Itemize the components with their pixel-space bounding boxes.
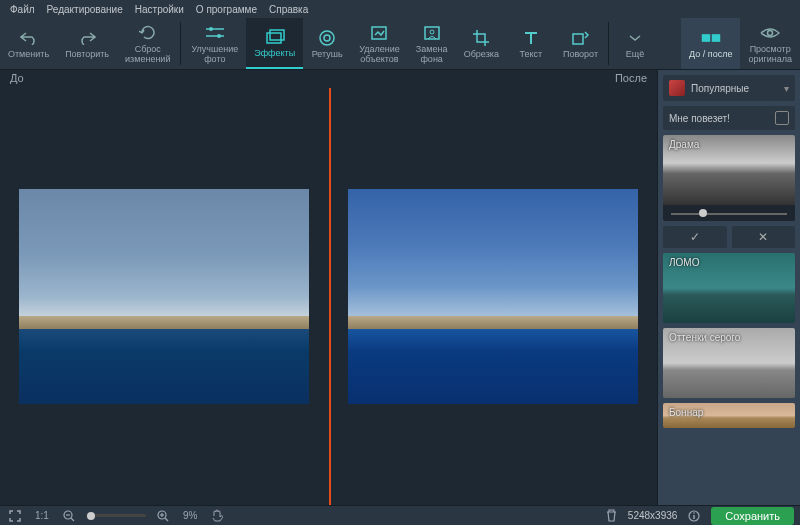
svg-rect-13 [712, 34, 720, 42]
zoom-slider[interactable] [86, 514, 146, 517]
menu-about[interactable]: О программе [190, 4, 263, 15]
undo-label: Отменить [8, 50, 49, 60]
effect-card-gray[interactable]: Оттенки серого [663, 328, 795, 398]
zoom-in-button[interactable] [154, 510, 172, 522]
redo-button[interactable]: Повторить [57, 18, 117, 69]
undo-icon [19, 28, 39, 48]
crop-icon [471, 28, 491, 48]
effect-intensity-slider[interactable] [663, 205, 795, 221]
svg-rect-4 [267, 33, 281, 43]
svg-rect-9 [425, 27, 439, 39]
sliders-icon [205, 23, 225, 43]
after-image [348, 189, 638, 404]
cancel-button[interactable]: ✕ [732, 226, 796, 248]
hand-tool-button[interactable] [208, 509, 226, 523]
effect-card-drama[interactable]: Драма [663, 135, 795, 221]
more-label: Ещё [626, 50, 644, 60]
remove-label: Удаление объектов [359, 45, 400, 65]
lucky-button[interactable]: Мне повезет! [663, 106, 795, 130]
after-image-wrap [329, 88, 658, 505]
dimensions-label: 5248x3936 [628, 510, 678, 521]
fullscreen-button[interactable] [6, 510, 24, 522]
svg-rect-5 [270, 30, 284, 40]
menubar: Файл Редактирование Настройки О программ… [0, 0, 800, 18]
crop-button[interactable]: Обрезка [456, 18, 507, 69]
category-dropdown[interactable]: Популярные [663, 75, 795, 101]
svg-point-7 [324, 35, 330, 41]
effect-title: Боннар [669, 407, 703, 418]
canvas-body[interactable] [0, 88, 657, 505]
svg-point-10 [430, 30, 434, 34]
retouch-label: Ретушь [312, 50, 343, 60]
before-after-label: До / после [689, 50, 732, 60]
remove-icon [369, 23, 389, 43]
separator [608, 22, 609, 65]
rotate-button[interactable]: Поворот [555, 18, 606, 69]
save-button[interactable]: Сохранить [711, 507, 794, 525]
effect-card-bonnar[interactable]: Боннар [663, 403, 795, 428]
category-thumb-icon [669, 80, 685, 96]
menu-file[interactable]: Файл [4, 4, 41, 15]
svg-line-21 [165, 518, 168, 521]
separator [180, 22, 181, 65]
svg-point-14 [768, 30, 773, 35]
svg-rect-12 [702, 34, 710, 42]
effect-title: Оттенки серого [669, 332, 740, 343]
bgswap-button[interactable]: Замена фона [408, 18, 456, 69]
rotate-icon [570, 28, 590, 48]
reset-label: Сброс изменений [125, 45, 170, 65]
more-button[interactable]: Ещё [611, 18, 659, 69]
eye-icon [760, 23, 780, 43]
svg-point-1 [209, 27, 213, 31]
menu-settings[interactable]: Настройки [129, 4, 190, 15]
lucky-label: Мне повезет! [669, 113, 730, 124]
rotate-label: Поворот [563, 50, 598, 60]
crop-label: Обрезка [464, 50, 499, 60]
main: До После Популярные Мне повезет! [0, 70, 800, 505]
zoom-value: 9% [180, 510, 200, 521]
retouch-icon [317, 28, 337, 48]
effect-title: Драма [669, 139, 699, 150]
before-after-button[interactable]: До / после [681, 18, 740, 69]
undo-button[interactable]: Отменить [0, 18, 57, 69]
effects-label: Эффекты [254, 49, 295, 59]
text-button[interactable]: Текст [507, 18, 555, 69]
remove-button[interactable]: Удаление объектов [351, 18, 408, 69]
svg-rect-11 [573, 34, 583, 44]
apply-button[interactable]: ✓ [663, 226, 727, 248]
original-label: Просмотр оригинала [748, 45, 792, 65]
trash-button[interactable] [603, 509, 620, 522]
redo-icon [77, 28, 97, 48]
redo-label: Повторить [65, 50, 109, 60]
dice-icon [775, 111, 789, 125]
text-icon [521, 28, 541, 48]
effect-card-lomo[interactable]: ЛОМО [663, 253, 795, 323]
effects-panel: Популярные Мне повезет! Драма ✓ ✕ ЛОМО О… [657, 70, 800, 505]
retouch-button[interactable]: Ретушь [303, 18, 351, 69]
after-label: После [615, 72, 647, 86]
split-divider[interactable] [329, 88, 331, 505]
chevron-down-icon [625, 28, 645, 48]
enhance-label: Улучшение фото [191, 45, 238, 65]
svg-point-3 [217, 34, 221, 38]
reset-icon [138, 23, 158, 43]
menu-help[interactable]: Справка [263, 4, 314, 15]
fit-button[interactable]: 1:1 [32, 510, 52, 521]
before-label: До [10, 72, 24, 86]
svg-point-24 [694, 512, 696, 514]
original-button[interactable]: Просмотр оригинала [740, 18, 800, 69]
menu-edit[interactable]: Редактирование [41, 4, 129, 15]
effects-icon [265, 27, 285, 47]
info-button[interactable] [685, 510, 703, 522]
enhance-button[interactable]: Улучшение фото [183, 18, 246, 69]
bgswap-icon [422, 23, 442, 43]
effects-button[interactable]: Эффекты [246, 18, 303, 69]
before-image-wrap [0, 88, 329, 505]
category-label: Популярные [691, 83, 749, 94]
reset-button[interactable]: Сброс изменений [117, 18, 178, 69]
text-label: Текст [520, 50, 543, 60]
canvas-area: До После [0, 70, 657, 505]
bgswap-label: Замена фона [416, 45, 448, 65]
zoom-out-button[interactable] [60, 510, 78, 522]
effect-title: ЛОМО [669, 257, 699, 268]
